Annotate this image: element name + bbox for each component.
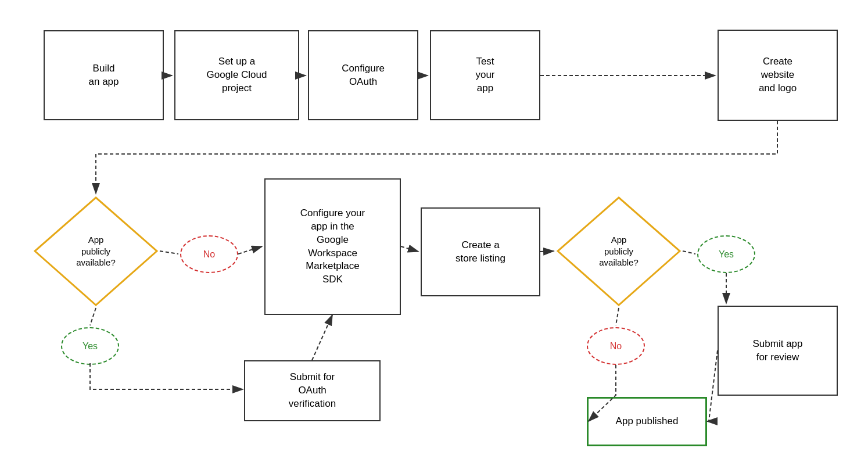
- submit-oauth-label: Submit for OAuth verification: [289, 371, 336, 411]
- oval-no-1-label: No: [203, 249, 215, 260]
- oval-yes-1-label: Yes: [83, 341, 98, 352]
- configure-oauth-label: Configure OAuth: [342, 62, 385, 89]
- diamond-app-available-1: App publicly available?: [32, 195, 160, 308]
- svg-line-13: [312, 315, 332, 360]
- svg-line-10: [401, 246, 418, 252]
- configure-oauth-box: Configure OAuth: [308, 30, 418, 120]
- oval-yes-2-label: Yes: [719, 249, 734, 260]
- build-app-label: Build an app: [89, 62, 119, 89]
- build-app-box: Build an app: [44, 30, 164, 120]
- svg-line-12: [90, 308, 96, 325]
- svg-line-11: [540, 251, 554, 252]
- diamond-2-label: App publicly available?: [599, 234, 639, 268]
- submit-review-label: Submit app for review: [753, 338, 803, 364]
- oval-yes-2: Yes: [697, 235, 755, 273]
- app-published-box: App published: [587, 397, 707, 446]
- oval-no-1: No: [180, 235, 238, 273]
- flowchart-diagram: Build an app Set up a Google Cloud proje…: [0, 0, 868, 473]
- create-website-label: Create website and logo: [759, 55, 797, 95]
- create-website-box: Create website and logo: [718, 30, 838, 121]
- svg-line-8: [160, 251, 178, 254]
- create-store-box: Create a store listing: [421, 207, 540, 296]
- oval-no-2: No: [587, 327, 645, 365]
- google-cloud-box: Set up a Google Cloud project: [174, 30, 299, 120]
- test-app-label: Test your app: [475, 55, 494, 95]
- svg-line-15: [616, 308, 619, 325]
- create-store-label: Create a store listing: [455, 239, 505, 266]
- oval-no-2-label: No: [610, 341, 622, 352]
- test-app-box: Test your app: [430, 30, 540, 120]
- submit-review-box: Submit app for review: [718, 306, 838, 396]
- configure-workspace-box: Configure your app in the Google Workspa…: [264, 178, 401, 315]
- google-cloud-label: Set up a Google Cloud project: [207, 55, 267, 95]
- submit-oauth-box: Submit for OAuth verification: [244, 360, 381, 421]
- diamond-1-label: App publicly available?: [76, 234, 116, 268]
- configure-workspace-label: Configure your app in the Google Workspa…: [300, 207, 365, 287]
- svg-line-9: [238, 246, 262, 254]
- oval-yes-1: Yes: [61, 327, 119, 365]
- diamond-app-available-2: App publicly available?: [555, 195, 683, 308]
- svg-line-14: [683, 251, 695, 254]
- app-published-label: App published: [616, 415, 679, 428]
